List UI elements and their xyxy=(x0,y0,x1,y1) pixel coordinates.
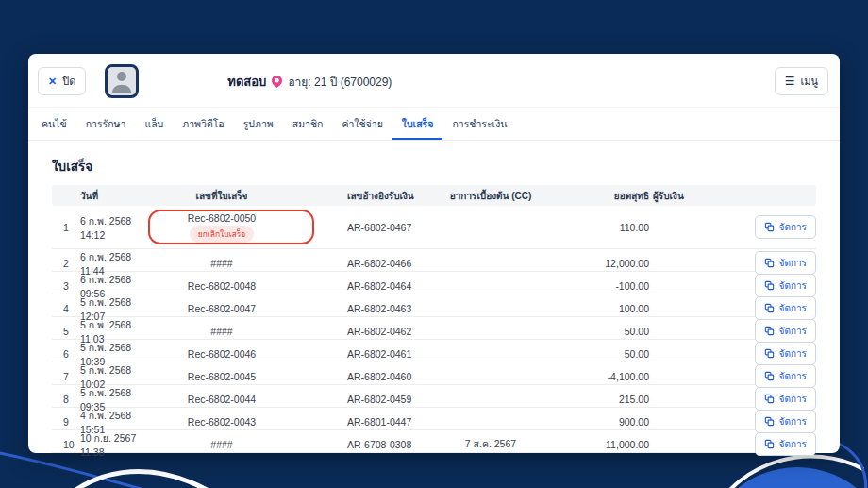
row-number: 1 xyxy=(52,222,80,233)
screen: ✕ ปิด ทดสอบ อายุ: 21 ปี (6700029) ☰ เมนู xyxy=(0,0,868,488)
tab-active[interactable]: ใบเสร็จ xyxy=(392,108,443,140)
tab[interactable]: รูปภาพ xyxy=(234,108,283,140)
net-amount: 100.00 xyxy=(552,303,649,314)
receipt-row: 94 ก.พ. 2568 15:51Rec-6802-0043AR-6801-0… xyxy=(52,408,816,430)
receipt-number-cell: Rec-6802-0047 xyxy=(156,303,288,314)
receipt-row: 75 ก.พ. 2568 10:02Rec-6802-0045AR-6802-0… xyxy=(52,362,816,385)
tab[interactable]: แล็บ xyxy=(135,108,173,140)
net-amount: 50.00 xyxy=(552,348,649,360)
manage-label: จัดการ xyxy=(779,369,807,383)
payment-reference: AR-6802-0463 xyxy=(288,303,429,314)
header-payee: ผู้รับเงิน xyxy=(649,189,712,203)
manage-label: จัดการ xyxy=(779,437,807,451)
section-title: ใบเสร็จ xyxy=(52,156,840,177)
net-amount: 50.00 xyxy=(552,326,649,337)
tab-bar: คนไข้การรักษาแล็บภาพวิดีโอรูปภาพสมาชิกค่… xyxy=(28,107,840,141)
top-bar: ✕ ปิด ทดสอบ อายุ: 21 ปี (6700029) ☰ เมนู xyxy=(28,54,840,107)
receipt-copy-icon xyxy=(764,326,775,336)
net-amount: 110.00 xyxy=(552,222,649,233)
row-number: 10 xyxy=(52,439,80,450)
menu-button[interactable]: ☰ เมนู xyxy=(775,67,828,95)
manage-button[interactable]: จัดการ xyxy=(755,215,816,239)
header-chief-complaint: อาการเบื้องต้น (CC) xyxy=(429,189,552,203)
net-amount: 12,000.00 xyxy=(552,258,649,269)
receipt-number-cell: #### xyxy=(156,326,288,337)
patient-avatar[interactable] xyxy=(105,64,139,98)
manage-label: จัดการ xyxy=(779,301,807,315)
receipt-row: 1010 ก.ย. 2567 11:38####AR-6708-03087 ส.… xyxy=(52,430,816,453)
row-number: 6 xyxy=(52,348,80,360)
receipt-number: Rec-6802-0046 xyxy=(188,348,256,360)
tab[interactable]: ภาพวิดีโอ xyxy=(173,108,233,140)
manage-button[interactable]: จัดการ xyxy=(755,432,816,456)
row-number: 2 xyxy=(52,258,80,269)
payment-reference: AR-6801-0447 xyxy=(288,416,429,428)
close-button[interactable]: ✕ ปิด xyxy=(38,67,86,95)
patient-age-info: อายุ: 21 ปี (6700029) xyxy=(288,73,392,91)
header-date: วันที่ xyxy=(80,189,156,203)
close-label: ปิด xyxy=(62,73,75,90)
receipt-copy-icon xyxy=(764,439,775,449)
row-number: 8 xyxy=(52,394,80,405)
cancelled-badge: ยกเลิกใบเสร็จ xyxy=(190,226,255,243)
tab[interactable]: การรักษา xyxy=(76,108,136,140)
receipts-table: วันที่ เลขที่ใบเสร็จ เลขอ้างอิงรับเงิน อ… xyxy=(52,185,816,453)
receipt-number: #### xyxy=(210,326,232,337)
net-amount: -4,100.00 xyxy=(552,371,649,382)
receipt-copy-icon xyxy=(764,371,775,381)
receipt-row: 65 ก.พ. 2568 10:39Rec-6802-0046AR-6802-0… xyxy=(52,340,816,362)
receipt-copy-icon xyxy=(764,303,775,313)
table-header-row: วันที่ เลขที่ใบเสร็จ เลขอ้างอิงรับเงิน อ… xyxy=(52,185,816,206)
receipt-copy-icon xyxy=(764,416,775,427)
net-amount: -100.00 xyxy=(552,280,649,292)
payment-reference: AR-6802-0466 xyxy=(288,258,429,269)
receipt-copy-icon xyxy=(764,348,775,359)
payment-reference: AR-6802-0460 xyxy=(288,371,429,382)
receipt-number: #### xyxy=(210,258,232,269)
header-net-amount: ยอดสุทธิ xyxy=(552,189,649,203)
manage-cell: จัดการ xyxy=(755,432,816,456)
receipt-row: 55 ก.พ. 2568 11:03####AR-6802-046250.00จ… xyxy=(52,317,816,340)
manage-cell: จัดการ xyxy=(755,215,816,239)
receipt-number: Rec-6802-0045 xyxy=(188,371,256,382)
header-receipt-no: เลขที่ใบเสร็จ xyxy=(156,189,288,203)
receipt-copy-icon xyxy=(764,258,775,268)
patient-summary: ทดสอบ อายุ: 21 ปี (6700029) xyxy=(227,72,392,92)
receipt-number: Rec-6802-0048 xyxy=(188,280,256,292)
receipt-number-cell: Rec-6802-0046 xyxy=(156,348,288,360)
manage-label: จัดการ xyxy=(779,324,807,338)
receipt-number-cell: #### xyxy=(156,258,288,269)
receipt-number-cell: Rec-6802-0048 xyxy=(156,280,288,292)
tab[interactable]: การชำระเงิน xyxy=(442,108,516,140)
row-number: 4 xyxy=(52,303,80,314)
receipt-copy-icon xyxy=(764,394,775,404)
receipt-number-cell: Rec-6802-0050ยกเลิกใบเสร็จ xyxy=(156,212,288,243)
manage-label: จัดการ xyxy=(779,346,807,361)
person-icon xyxy=(108,67,136,95)
receipt-date: 10 ก.ย. 2567 11:38 xyxy=(80,430,156,458)
tab[interactable]: คนไข้ xyxy=(32,108,76,140)
net-amount: 215.00 xyxy=(552,394,649,405)
patient-record-window: ✕ ปิด ทดสอบ อายุ: 21 ปี (6700029) ☰ เมนู xyxy=(28,54,840,453)
tab[interactable]: ค่าใช้จ่าย xyxy=(332,108,392,140)
receipt-number: Rec-6802-0043 xyxy=(188,416,256,428)
receipt-row: 36 ก.พ. 2568 09:56Rec-6802-0048AR-6802-0… xyxy=(52,272,816,294)
payment-reference: AR-6802-0459 xyxy=(288,394,429,405)
payment-reference: AR-6802-0461 xyxy=(288,348,429,360)
row-number: 9 xyxy=(52,416,80,428)
manage-label: จัดการ xyxy=(779,220,807,234)
receipt-number: Rec-6802-0050 xyxy=(188,212,256,224)
receipt-row: 85 ก.พ. 2568 09:35Rec-6802-0044AR-6802-0… xyxy=(52,385,816,408)
receipt-date: 6 ก.พ. 2568 14:12 xyxy=(80,213,156,241)
menu-label: เมนู xyxy=(800,73,818,90)
receipt-row: 45 ก.พ. 2568 12:07Rec-6802-0047AR-6802-0… xyxy=(52,294,816,317)
receipt-number: #### xyxy=(210,439,232,450)
table-body: 16 ก.พ. 2568 14:12Rec-6802-0050ยกเลิกใบเ… xyxy=(52,206,816,453)
tab[interactable]: สมาชิก xyxy=(283,108,333,140)
row-number: 7 xyxy=(52,371,80,382)
receipt-row: 16 ก.พ. 2568 14:12Rec-6802-0050ยกเลิกใบเ… xyxy=(52,206,816,249)
payment-reference: AR-6802-0467 xyxy=(288,222,429,233)
menu-icon: ☰ xyxy=(785,76,795,87)
row-number: 5 xyxy=(52,326,80,337)
receipt-number: Rec-6802-0047 xyxy=(188,303,256,314)
